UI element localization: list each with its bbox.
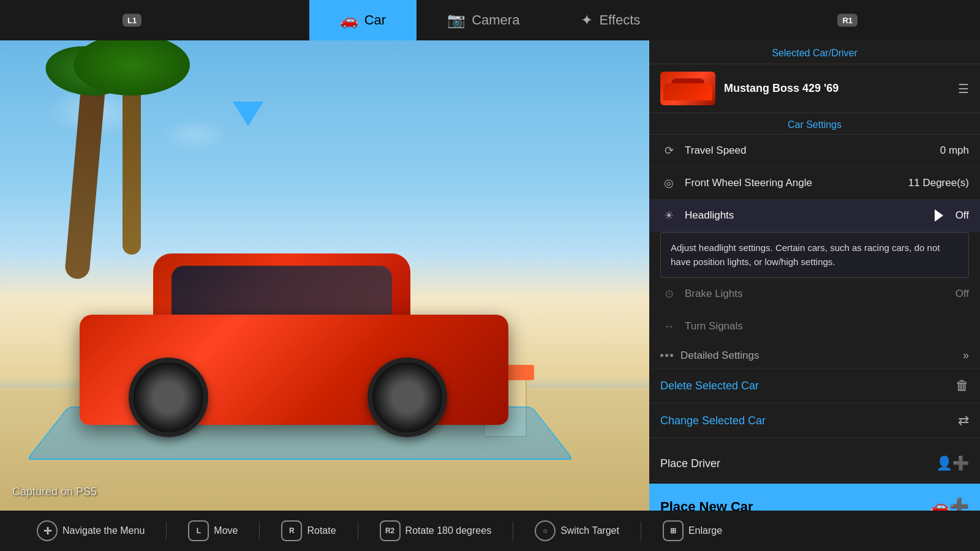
brake-label: Brake Lights bbox=[685, 288, 948, 300]
navigate-btn-icon: ✛ bbox=[37, 520, 58, 541]
brake-lights-row[interactable]: ⊙ Brake Lights Off bbox=[649, 278, 980, 310]
steering-row[interactable]: ◎ Front Wheel Steering Angle 11 Degree(s… bbox=[649, 167, 980, 200]
tab-camera-label: Camera bbox=[472, 12, 519, 28]
place-driver-button[interactable]: Place Driver 👤➕ bbox=[649, 446, 980, 481]
cursor-indicator bbox=[935, 209, 943, 222]
car-name-label: Mustang Boss 429 '69 bbox=[724, 82, 949, 95]
delete-car-button[interactable]: Delete Selected Car 🗑 bbox=[649, 369, 980, 403]
car-area bbox=[31, 204, 564, 462]
car-card: Mustang Boss 429 '69 ☰ bbox=[649, 64, 980, 113]
effects-tab-icon: ✦ bbox=[581, 12, 593, 29]
turn-label: Turn Signals bbox=[685, 320, 962, 332]
camera-tab-icon: 📷 bbox=[447, 12, 466, 29]
dots-icon bbox=[660, 354, 673, 357]
navigate-label: Navigate the Menu bbox=[62, 525, 145, 536]
headlights-icon: ☀ bbox=[660, 207, 677, 224]
tab-effects-label: Effects bbox=[599, 12, 640, 28]
rotate180-action: R2 Rotate 180 degrees bbox=[361, 520, 510, 541]
turn-icon: ↔ bbox=[660, 318, 677, 335]
car-body bbox=[80, 260, 508, 425]
brake-value: Off bbox=[956, 288, 969, 300]
headlights-label: Headlights bbox=[685, 209, 948, 222]
divider-3 bbox=[358, 522, 358, 540]
selected-car-header: Selected Car/Driver bbox=[649, 40, 980, 64]
tab-car-label: Car bbox=[364, 12, 386, 28]
rotate-btn-icon: R bbox=[281, 520, 302, 541]
car-wheel-right bbox=[368, 358, 447, 437]
detailed-settings-chevron: » bbox=[963, 349, 969, 362]
turn-signals-row[interactable]: ↔ Turn Signals bbox=[649, 310, 980, 343]
divider-5 bbox=[641, 522, 641, 540]
rotate180-btn-icon: R2 bbox=[380, 520, 401, 541]
travel-speed-value: 0 mph bbox=[940, 144, 969, 157]
brake-icon: ⊙ bbox=[660, 285, 677, 302]
move-btn-icon: L bbox=[188, 520, 209, 541]
delete-car-label: Delete Selected Car bbox=[660, 380, 948, 392]
steering-label: Front Wheel Steering Angle bbox=[685, 177, 901, 189]
car-settings-label: Car Settings bbox=[649, 113, 980, 135]
car-thumbnail-body bbox=[663, 83, 712, 100]
move-action: L Move bbox=[170, 520, 256, 541]
place-driver-label: Place Driver bbox=[660, 457, 929, 470]
menu-icon[interactable]: ☰ bbox=[958, 81, 969, 96]
car-tab-icon: 🚗 bbox=[340, 12, 358, 29]
switch-target-label: Switch Target bbox=[560, 525, 619, 536]
bottom-bar: ✛ Navigate the Menu L Move R Rotate R2 R… bbox=[0, 511, 980, 551]
rotate180-label: Rotate 180 degrees bbox=[405, 525, 492, 536]
rotate-action: R Rotate bbox=[263, 520, 354, 541]
enlarge-action: ⊞ Enlarge bbox=[644, 520, 741, 541]
headlights-tooltip: Adjust headlight settings. Certain cars,… bbox=[660, 232, 969, 278]
captured-label: Captured on PS5 bbox=[12, 485, 97, 498]
swap-icon: ⇄ bbox=[958, 413, 969, 429]
car-wheel-left bbox=[129, 358, 208, 437]
detailed-settings-label: Detailed Settings bbox=[680, 350, 956, 362]
scene-background: Captured on PS5 bbox=[0, 40, 649, 511]
travel-speed-label: Travel Speed bbox=[685, 144, 933, 157]
top-bar: L1 🚗 Car 📷 Camera ✦ Effects R1 bbox=[0, 0, 980, 40]
change-car-label: Change Selected Car bbox=[660, 414, 951, 427]
r1-badge: R1 bbox=[837, 14, 858, 27]
divider-1 bbox=[166, 522, 167, 540]
main-scene: Captured on PS5 bbox=[0, 40, 649, 511]
detailed-settings-row[interactable]: Detailed Settings » bbox=[649, 343, 980, 369]
navigate-action: ✛ Navigate the Menu bbox=[18, 520, 163, 541]
tooltip-text: Adjust headlight settings. Certain cars,… bbox=[671, 242, 940, 267]
change-car-button[interactable]: Change Selected Car ⇄ bbox=[649, 403, 980, 438]
divider-4 bbox=[513, 522, 513, 540]
enlarge-label: Enlarge bbox=[688, 525, 722, 536]
move-label: Move bbox=[214, 525, 238, 536]
l1-badge: L1 bbox=[123, 14, 141, 27]
car-window bbox=[172, 266, 392, 321]
switch-target-btn-icon: ○ bbox=[535, 520, 556, 541]
tab-car[interactable]: 🚗 Car bbox=[309, 0, 417, 40]
rotate-label: Rotate bbox=[307, 525, 336, 536]
navigation-arrow bbox=[233, 102, 263, 126]
travel-speed-row[interactable]: ⟳ Travel Speed 0 mph bbox=[649, 135, 980, 167]
driver-icon: 👤➕ bbox=[936, 455, 969, 471]
enlarge-btn-icon: ⊞ bbox=[663, 520, 684, 541]
trash-icon: 🗑 bbox=[956, 378, 969, 394]
speed-icon: ⟳ bbox=[660, 142, 677, 159]
tab-camera[interactable]: 📷 Camera bbox=[417, 0, 550, 40]
steering-icon: ◎ bbox=[660, 174, 677, 192]
car-thumbnail bbox=[660, 72, 715, 105]
right-panel: Selected Car/Driver Mustang Boss 429 '69… bbox=[649, 40, 980, 551]
steering-value: 11 Degree(s) bbox=[908, 177, 969, 189]
headlights-row[interactable]: ☀ Headlights Off bbox=[649, 200, 980, 232]
tab-effects[interactable]: ✦ Effects bbox=[550, 0, 671, 40]
divider-2 bbox=[259, 522, 260, 540]
switch-target-action: ○ Switch Target bbox=[516, 520, 638, 541]
headlights-value: Off bbox=[956, 209, 969, 222]
